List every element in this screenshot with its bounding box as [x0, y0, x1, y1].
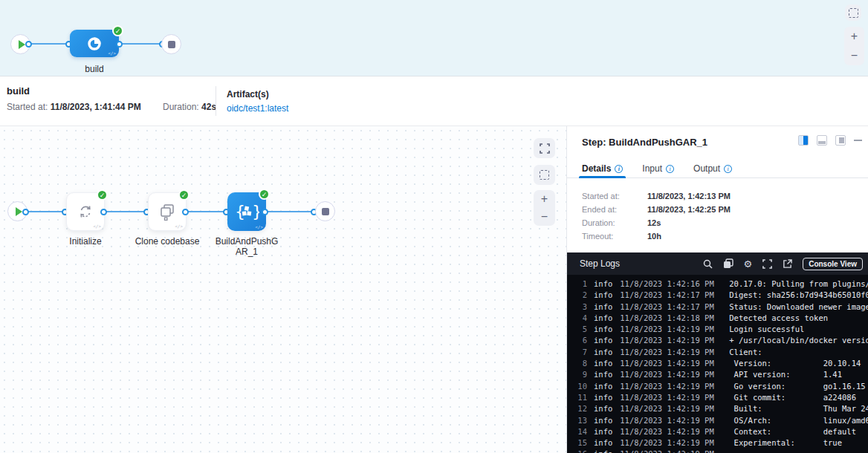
log-timestamp: 11/8/2023 1:42:18 PM	[620, 313, 716, 324]
log-line-number: 10	[574, 381, 587, 392]
log-level: info	[594, 313, 612, 324]
log-line-number: 6	[574, 335, 587, 346]
code-glyph-icon: </>	[175, 224, 183, 229]
detail-row: Started at: 11/8/2023, 1:42:13 PM	[582, 192, 868, 201]
panel-layout-controls	[798, 135, 862, 146]
log-line: 14info11/8/2023 1:42:19 PM Context: defa…	[574, 426, 868, 437]
connector-dot	[182, 209, 189, 215]
step-details: Started at: 11/8/2023, 1:42:13 PM Ended …	[567, 178, 868, 252]
log-timestamp: 11/8/2023 1:42:19 PM	[620, 381, 716, 392]
log-message: OS/Arch: linux/amd64	[729, 415, 868, 426]
log-line-number: 1	[574, 278, 587, 290]
minimize-panel-button[interactable]	[854, 140, 862, 141]
detail-value: 11/8/2023, 1:42:25 PM	[647, 205, 731, 214]
log-timestamp: 11/8/2023 1:42:19 PM	[620, 449, 716, 453]
canvas-marquee-button[interactable]	[534, 165, 555, 185]
layout-bottom-icon[interactable]	[817, 135, 827, 146]
log-toolbar: ⚙ Console View	[703, 258, 864, 270]
log-timestamp: 11/8/2023 1:42:19 PM	[620, 369, 716, 380]
fullscreen-icon[interactable]	[762, 259, 772, 269]
log-message: + /usr/local/bin/docker version	[729, 335, 868, 346]
search-icon[interactable]	[703, 259, 713, 269]
log-timestamp: 11/8/2023 1:42:19 PM	[620, 392, 716, 403]
info-icon[interactable]: i	[615, 165, 623, 173]
connector-dot	[116, 41, 123, 48]
log-message: Digest: sha256:b7d9434b65010f038f8ec	[729, 290, 868, 301]
edge-line	[105, 211, 148, 212]
step-node-buildandpushgar[interactable]: { } ✓ </>	[227, 192, 266, 231]
success-check-icon: ✓	[178, 189, 190, 201]
log-line: 8info11/8/2023 1:42:19 PM Version: 20.10…	[574, 358, 868, 369]
log-message: Git commit: a224086	[729, 392, 856, 403]
step-node-clone-codebase[interactable]: ✓ </>	[148, 192, 187, 231]
detail-row: Ended at: 11/8/2023, 1:42:25 PM	[582, 205, 868, 214]
log-line: 1info11/8/2023 1:42:16 PM20.17.0: Pullin…	[574, 278, 868, 290]
external-link-icon[interactable]	[783, 259, 792, 269]
minimap-marquee-button[interactable]	[845, 4, 861, 21]
step-graph-canvas[interactable]: ✓ </> ✓ </> { } ✓ </	[0, 126, 566, 453]
log-level: info	[594, 347, 612, 358]
log-line: 13info11/8/2023 1:42:19 PM OS/Arch: linu…	[574, 415, 868, 426]
step-label-line: BuildAndPushG	[210, 236, 284, 247]
log-title: Step Logs	[580, 258, 620, 269]
step-label-line: AR_1	[210, 247, 284, 257]
log-body[interactable]: 1info11/8/2023 1:42:16 PM20.17.0: Pullin…	[567, 275, 868, 453]
zoom-out-button[interactable]: −	[541, 211, 548, 223]
fullscreen-icon	[540, 143, 550, 154]
detail-row: Timeout: 10h	[582, 232, 868, 241]
tab-details[interactable]: Details i	[582, 160, 623, 177]
log-timestamp: 11/8/2023 1:42:19 PM	[620, 415, 716, 426]
log-level: info	[594, 415, 612, 426]
edge-line	[120, 43, 163, 45]
stage-duration: Duration: 42s	[163, 102, 216, 112]
stage-node-build[interactable]: ✓ </>	[70, 30, 119, 57]
log-level: info	[594, 358, 612, 369]
step-logs-panel: Step Logs ⚙	[567, 252, 868, 453]
layout-right-icon[interactable]	[835, 135, 846, 146]
tab-label: Input	[642, 163, 662, 174]
stage-graph-band: ✓ </> build + −	[0, 0, 868, 76]
log-message: Built: Thu Mar 24 01:45	[729, 403, 868, 414]
console-view-button[interactable]: Console View	[803, 258, 863, 270]
tab-output[interactable]: Output i	[693, 160, 732, 177]
log-level: info	[594, 278, 612, 290]
gar-plugin-icon: { }	[234, 201, 259, 222]
log-level: info	[594, 437, 612, 449]
detail-value: 10h	[647, 232, 661, 241]
log-timestamp: 11/8/2023 1:42:19 PM	[620, 324, 716, 335]
info-icon[interactable]: i	[724, 165, 732, 173]
started-value: 11/8/2023, 1:41:44 PM	[51, 102, 141, 112]
detail-row: Duration: 12s	[582, 218, 868, 227]
step-node-initialize[interactable]: ✓ </>	[66, 192, 105, 231]
copy-icon[interactable]	[723, 258, 733, 269]
fullscreen-button[interactable]	[534, 138, 555, 158]
artifact-link[interactable]: oidc/test1:latest	[227, 103, 288, 114]
stage-started-at: Started at: 11/8/2023, 1:41:44 PM	[7, 102, 141, 112]
edge-line	[28, 43, 68, 45]
success-check-icon: ✓	[259, 189, 270, 200]
log-line-number: 4	[574, 313, 587, 324]
connector-dot	[25, 41, 32, 48]
panel-tabs: Details i Input i Output i	[567, 160, 868, 178]
code-glyph-icon: </>	[255, 224, 263, 229]
log-line: 2info11/8/2023 1:42:17 PMDigest: sha256:…	[574, 290, 868, 301]
log-line: 3info11/8/2023 1:42:17 PMStatus: Downloa…	[574, 302, 868, 313]
gear-icon[interactable]: ⚙	[744, 259, 753, 269]
log-level: info	[594, 381, 612, 392]
zoom-out-button[interactable]: −	[851, 50, 858, 62]
log-line-number: 12	[574, 403, 587, 414]
clone-codebase-icon	[158, 202, 177, 221]
tab-input[interactable]: Input i	[642, 160, 674, 177]
log-line: 9info11/8/2023 1:42:19 PM API version: 1…	[574, 369, 868, 380]
layout-split-right-icon[interactable]	[798, 135, 809, 146]
edge-line	[25, 211, 66, 212]
zoom-in-button[interactable]: +	[541, 193, 548, 205]
detail-label: Duration:	[582, 218, 647, 227]
info-icon[interactable]: i	[666, 165, 674, 173]
tab-label: Details	[582, 163, 611, 174]
edge-line	[266, 211, 315, 212]
log-message: Status: Downloaded newer image for p	[729, 302, 868, 313]
zoom-in-button[interactable]: +	[851, 30, 858, 42]
log-header: Step Logs ⚙	[567, 252, 868, 275]
detail-label: Ended at:	[582, 205, 647, 214]
